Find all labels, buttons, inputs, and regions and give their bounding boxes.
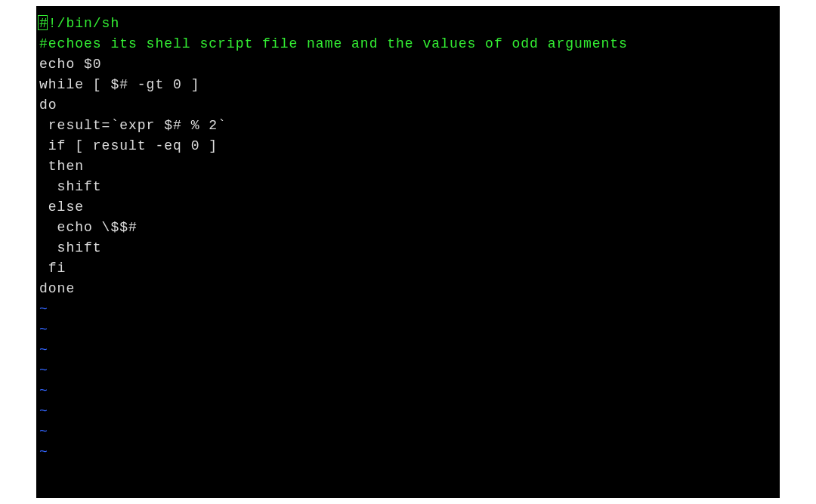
code-line: if [ result -eq 0 ] bbox=[39, 136, 777, 156]
code-line: echo $0 bbox=[39, 54, 777, 75]
code-line: then bbox=[39, 156, 777, 177]
code-line: else bbox=[39, 197, 777, 218]
code-line: #!/bin/sh bbox=[39, 14, 777, 34]
code-line: #echoes its shell script file name and t… bbox=[39, 34, 777, 54]
code-line: done bbox=[39, 279, 777, 299]
code-line: echo \$$# bbox=[39, 218, 777, 238]
comment-text: #echoes its shell script file name and t… bbox=[39, 36, 628, 51]
terminal-editor[interactable]: #!/bin/sh #echoes its shell script file … bbox=[36, 6, 780, 498]
code-line: do bbox=[39, 95, 777, 116]
shebang-text: !/bin/sh bbox=[48, 16, 119, 31]
code-line: while [ $# -gt 0 ] bbox=[39, 75, 777, 95]
code-line: shift bbox=[39, 238, 777, 258]
empty-line-tilde: ~ bbox=[39, 299, 777, 320]
empty-line-tilde: ~ bbox=[39, 340, 777, 360]
code-line: result=`expr $# % 2` bbox=[39, 116, 777, 136]
code-line: fi bbox=[39, 258, 777, 279]
empty-line-tilde: ~ bbox=[39, 320, 777, 340]
cursor: # bbox=[39, 14, 48, 34]
code-line: shift bbox=[39, 177, 777, 197]
empty-line-tilde: ~ bbox=[39, 401, 777, 422]
empty-line-tilde: ~ bbox=[39, 422, 777, 442]
empty-line-tilde: ~ bbox=[39, 381, 777, 401]
empty-line-tilde: ~ bbox=[39, 360, 777, 381]
empty-line-tilde: ~ bbox=[39, 442, 777, 462]
